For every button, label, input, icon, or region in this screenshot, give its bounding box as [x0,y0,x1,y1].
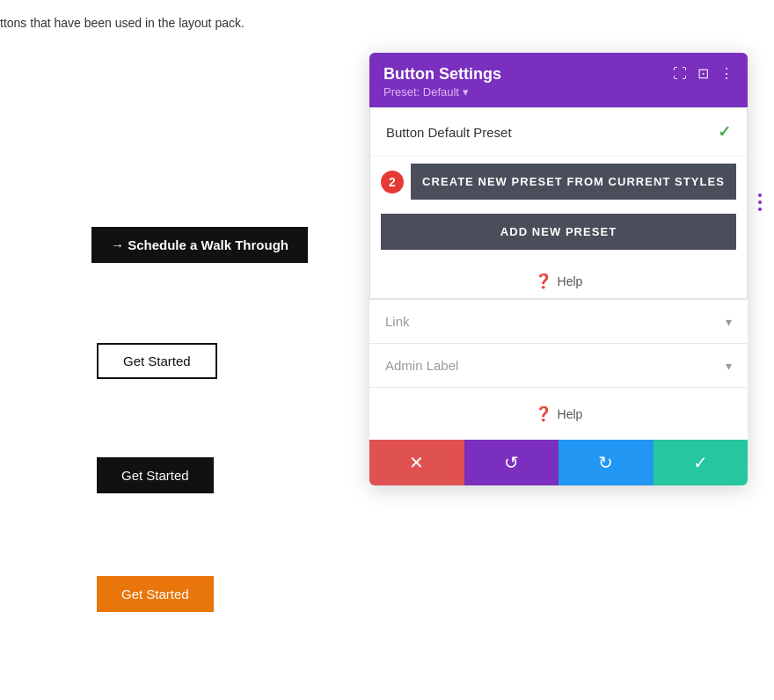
help-row: ❓ Help [370,264,747,298]
panel-footer: ✕ ↺ ↻ ✓ [369,440,748,485]
get-started-black-button[interactable]: Get Started [97,457,214,493]
right-dots-menu[interactable] [758,193,762,211]
link-chevron-icon: ▾ [726,315,732,329]
top-description: ttons that have been used in the layout … [0,16,245,30]
help-text-bottom: Help [558,407,583,421]
dot-icon [758,193,762,197]
admin-chevron-icon: ▾ [726,359,732,373]
panel-body: Link ▾ Admin Label ▾ ❓ Help [369,299,748,440]
admin-label-section[interactable]: Admin Label ▾ [369,343,748,387]
panel-header: Button Settings Preset: Default ▾ ⛶ ⊡ ⋮ [369,53,748,107]
get-started-outline-button[interactable]: Get Started [97,343,217,379]
split-icon[interactable]: ⊡ [697,65,709,82]
redo-button[interactable]: ↻ [559,440,654,485]
get-started-orange-button[interactable]: Get Started [97,576,214,612]
preset-default-label: Button Default Preset [386,125,512,140]
create-preset-button[interactable]: CREATE NEW PRESET FROM CURRENT STYLES [411,164,736,200]
more-options-icon[interactable]: ⋮ [719,65,734,82]
create-preset-row: 2 CREATE NEW PRESET FROM CURRENT STYLES [370,157,747,207]
step-badge: 2 [381,171,404,193]
help-text: Help [558,274,583,288]
button-settings-panel: Button Settings Preset: Default ▾ ⛶ ⊡ ⋮ … [369,53,748,485]
add-preset-row: ADD NEW PRESET [370,214,747,264]
cancel-button[interactable]: ✕ [369,440,464,485]
help-row-bottom: ❓ Help [369,387,748,440]
panel-title: Button Settings [383,65,501,84]
dot-icon [758,201,762,204]
panel-preset-selector[interactable]: Preset: Default ▾ [383,85,501,98]
schedule-walkthrough-button[interactable]: → Schedule a Walk Through [91,227,308,263]
help-icon-bottom: ❓ [535,405,552,422]
add-preset-button[interactable]: ADD NEW PRESET [381,214,736,250]
save-button[interactable]: ✓ [654,440,748,485]
admin-label: Admin Label [385,358,458,373]
help-icon: ❓ [535,273,552,289]
preset-default-item[interactable]: Button Default Preset ✓ [370,108,747,157]
link-section[interactable]: Link ▾ [369,299,748,343]
panel-header-left: Button Settings Preset: Default ▾ [383,65,501,98]
page: ttons that have been used in the layout … [0,0,774,700]
preset-dropdown: Button Default Preset ✓ 2 CREATE NEW PRE… [369,107,748,299]
dot-icon [758,208,762,211]
panel-header-icons: ⛶ ⊡ ⋮ [673,65,734,82]
check-icon: ✓ [718,122,731,142]
fullscreen-icon[interactable]: ⛶ [673,66,687,82]
link-label: Link [385,314,410,329]
undo-button[interactable]: ↺ [464,440,559,485]
